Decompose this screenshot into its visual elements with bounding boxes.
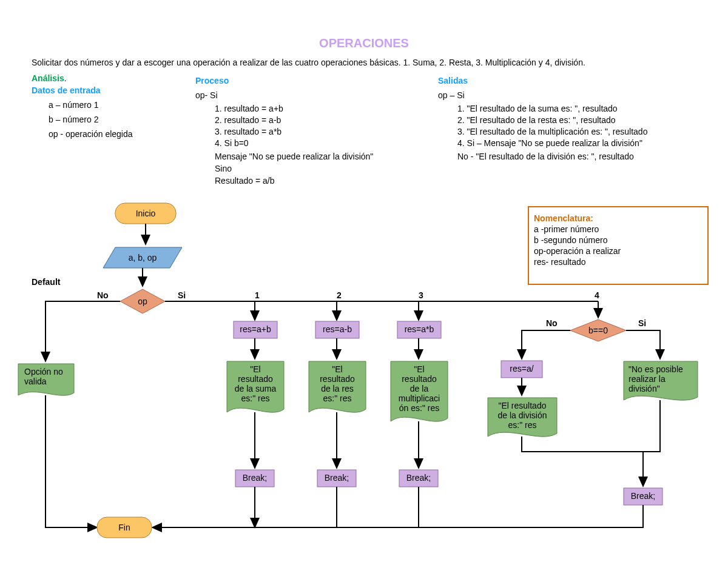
svg-text:resultado: resultado [402,374,437,384]
process-break-4: Break; [624,488,662,505]
svg-text:resultado: resultado [238,374,273,384]
svg-text:Break;: Break; [243,473,267,483]
process-res-1: res=a+b [234,321,277,338]
process-break-1: Break; [235,470,274,487]
svg-text:res=a/: res=a/ [510,364,533,373]
display-msg-3: "El resultado de la multiplicaci ón es:"… [391,361,448,421]
svg-text:op: op [138,296,147,306]
decision-b0: b==0 [570,319,626,341]
decision-op: op [120,289,165,313]
svg-text:Break;: Break; [406,473,431,483]
process-res-4: res=a/ [501,361,542,378]
svg-text:"El: "El [332,364,342,374]
terminator-end: Fin [97,517,152,538]
svg-text:división": división" [629,384,660,393]
svg-text:res=a*b: res=a*b [405,324,434,334]
svg-text:ón es:" res: ón es:" res [399,403,439,413]
label-case-1: 1 [255,290,260,300]
display-invalid: Opción no valida [18,364,74,395]
terminator-start: Inicio [115,203,176,224]
svg-text:"El: "El [414,364,424,374]
svg-text:valida: valida [24,376,47,386]
label-default: Default [32,277,61,287]
flowchart-svg: Inicio a, b, op Default op No Si Opción … [0,0,728,562]
svg-text:"No es posible: "No es posible [629,364,683,374]
io-input: a, b, op [103,247,182,268]
svg-text:realizar la: realizar la [629,374,666,384]
svg-text:Break;: Break; [631,491,655,501]
process-res-2: res=a-b [315,321,359,338]
svg-text:"El resultado: "El resultado [499,401,547,410]
svg-text:Fin: Fin [118,523,130,532]
label-case-2: 2 [337,290,342,300]
svg-text:de la suma: de la suma [235,384,277,393]
svg-text:resultado: resultado [320,374,355,384]
svg-text:Break;: Break; [325,473,349,483]
display-msg-4: "El resultado de la división es:" res [488,398,557,437]
label-case-3: 3 [419,290,423,300]
display-msg-1: "El resultado de la suma es:" res [227,361,284,412]
svg-text:a, b, op: a, b, op [129,253,157,263]
svg-text:multiplicaci: multiplicaci [399,393,440,403]
svg-text:res=a+b: res=a+b [240,324,271,334]
svg-text:Inicio: Inicio [136,209,156,218]
svg-text:de la res: de la res [321,384,354,393]
svg-text:Opción no: Opción no [24,367,63,376]
display-msg-2: "El resultado de la res es:" res [309,361,366,412]
label-si-b0: Si [638,318,646,328]
label-si-op: Si [178,290,186,300]
process-break-3: Break; [399,470,438,487]
label-no-op: No [97,290,109,300]
svg-text:b==0: b==0 [588,326,608,335]
svg-text:es:" res: es:" res [508,420,537,430]
svg-text:"El: "El [250,364,260,374]
svg-text:es:" res: es:" res [241,393,270,403]
display-msg-5: "No es posible realizar la división" [624,361,698,400]
svg-text:res=a-b: res=a-b [323,324,352,334]
svg-text:es:" res: es:" res [323,393,352,403]
label-case-4: 4 [595,290,599,300]
svg-text:de la división: de la división [498,410,547,420]
label-no-b0: No [546,318,558,328]
svg-text:de la: de la [410,384,429,393]
process-break-2: Break; [317,470,356,487]
process-res-3: res=a*b [397,321,441,338]
